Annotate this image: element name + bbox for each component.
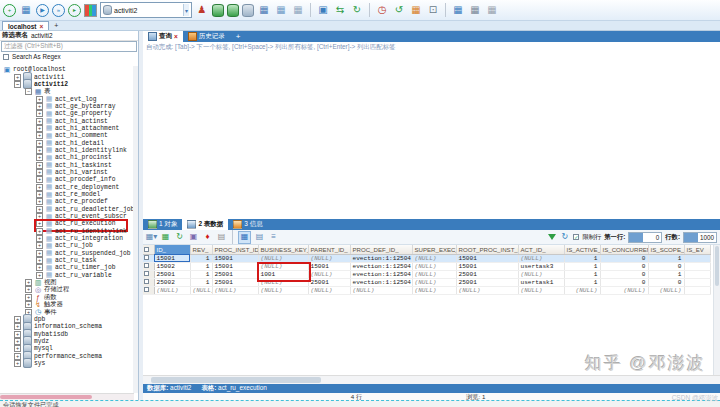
cell[interactable]: 1 bbox=[190, 262, 212, 270]
cell[interactable]: 1 bbox=[190, 254, 212, 262]
table-filter-icon[interactable]: ▦ bbox=[257, 3, 271, 17]
refresh-icon[interactable]: ↻ bbox=[350, 3, 364, 17]
cell[interactable]: (NULL) bbox=[212, 286, 258, 294]
cell[interactable]: 15002 bbox=[154, 262, 190, 270]
cell[interactable] bbox=[684, 278, 710, 286]
spinner[interactable] bbox=[629, 233, 643, 242]
query-analyzer-icon[interactable] bbox=[84, 4, 97, 17]
tree-item-act_ge_bytearray[interactable]: +▦act_ge_bytearray bbox=[0, 103, 133, 110]
table-row[interactable]: 15001115001(NULL)(NULL)evection:1:12504(… bbox=[143, 254, 710, 262]
cell[interactable] bbox=[684, 262, 710, 270]
cell[interactable]: evection:1:12504 bbox=[350, 278, 412, 286]
row-checkbox[interactable] bbox=[143, 270, 154, 278]
column-header-IS_CONCURRENT_[interactable]: IS_CONCURRENT_ bbox=[600, 245, 648, 254]
results-tab-3[interactable]: 3 信息 bbox=[228, 219, 267, 230]
cell[interactable]: 0 bbox=[600, 254, 648, 262]
cell[interactable]: 0 bbox=[648, 262, 684, 270]
alter-table2-icon[interactable]: ▦ bbox=[468, 3, 482, 17]
cell[interactable]: (NULL) bbox=[190, 286, 212, 294]
schema-designer-icon[interactable]: ⊡ bbox=[426, 3, 440, 17]
expand-icon[interactable]: + bbox=[36, 264, 43, 271]
cell[interactable]: (NULL) bbox=[412, 254, 456, 262]
create-table-icon[interactable]: ▦ bbox=[451, 3, 465, 17]
view-text-icon[interactable]: ≡ bbox=[268, 232, 279, 243]
column-header-ID_[interactable]: ID_ bbox=[154, 245, 190, 254]
cell[interactable]: 1 bbox=[648, 254, 684, 262]
tree-item-act_ru_task[interactable]: +▦act_ru_task bbox=[0, 257, 133, 264]
tree-item-mybatisdb[interactable]: +mybatisdb bbox=[0, 330, 133, 337]
expand-icon[interactable]: + bbox=[36, 103, 43, 110]
column-header-IS_ACTIVE_[interactable]: IS_ACTIVE_ bbox=[564, 245, 600, 254]
execute-current-icon[interactable]: ▸ bbox=[68, 4, 81, 17]
tree-item-mysql[interactable]: +mysql bbox=[0, 345, 133, 352]
tree-item-act_ru_timer_job[interactable]: +▦act_ru_timer_job bbox=[0, 264, 133, 271]
tree-item-act_ru_job[interactable]: +▦act_ru_job bbox=[0, 242, 133, 249]
expand-icon[interactable]: + bbox=[36, 198, 43, 205]
cell[interactable]: 15001 bbox=[308, 262, 350, 270]
row-count-input[interactable]: 1000 bbox=[683, 232, 717, 243]
expand-icon[interactable]: + bbox=[36, 162, 43, 169]
cell[interactable]: (NULL) bbox=[258, 278, 308, 286]
cell[interactable]: (NULL) bbox=[648, 286, 684, 294]
spinner[interactable] bbox=[684, 233, 698, 242]
cell[interactable]: (NULL) bbox=[412, 286, 456, 294]
expand-icon[interactable]: + bbox=[36, 110, 43, 117]
collapse-icon[interactable]: − bbox=[14, 81, 21, 88]
new-query-icon[interactable]: ▦ bbox=[19, 3, 33, 17]
tree-item-activiti2[interactable]: −activiti2 bbox=[0, 81, 133, 88]
new-connection-tab-button[interactable]: + bbox=[49, 21, 63, 30]
expand-icon[interactable]: + bbox=[14, 360, 21, 367]
tab-history[interactable]: 历史记录 bbox=[183, 31, 230, 42]
limit-rows-checkbox[interactable]: ✓ bbox=[573, 234, 579, 240]
cell[interactable]: (NULL) bbox=[412, 262, 456, 270]
tree-item-root@localhost[interactable]: ▣root@localhost bbox=[0, 66, 133, 73]
cell[interactable]: 1 bbox=[564, 254, 600, 262]
cell[interactable]: (NULL) bbox=[518, 254, 564, 262]
grid-options-icon[interactable]: ▦▾ bbox=[146, 232, 157, 243]
history-icon[interactable]: ↺ bbox=[392, 3, 406, 17]
cell[interactable] bbox=[684, 270, 710, 278]
cell[interactable]: 0 bbox=[600, 270, 648, 278]
expand-icon[interactable]: + bbox=[25, 279, 32, 286]
sidebar-vscrollbar[interactable] bbox=[133, 66, 138, 393]
cell[interactable]: 25001 bbox=[456, 278, 518, 286]
cell[interactable]: 25001 bbox=[212, 278, 258, 286]
cell[interactable]: (NULL) bbox=[564, 286, 600, 294]
cell[interactable]: (NULL) bbox=[308, 254, 350, 262]
cell[interactable]: 25001 bbox=[154, 270, 190, 278]
table-data-icon[interactable]: ▦ bbox=[274, 3, 288, 17]
tree-item-act_hi_comment[interactable]: +▦act_hi_comment bbox=[0, 132, 133, 139]
tree-item-act_re_procdef[interactable]: +▦act_re_procdef bbox=[0, 198, 133, 205]
view-form-icon[interactable]: ▤ bbox=[254, 232, 265, 243]
sql-editor[interactable] bbox=[143, 56, 720, 220]
cell[interactable]: (NULL) bbox=[412, 270, 456, 278]
tree-item-act_hi_attachment[interactable]: +▦act_hi_attachment bbox=[0, 125, 133, 132]
grid-vscrollbar[interactable] bbox=[713, 245, 720, 376]
tree-item-act_re_model[interactable]: +▦act_re_model bbox=[0, 191, 133, 198]
cell[interactable]: evection:1:12504 bbox=[350, 262, 412, 270]
tree-item-表[interactable]: −▦表 bbox=[0, 88, 133, 95]
tree-item-act_evt_log[interactable]: +▦act_evt_log bbox=[0, 95, 133, 102]
expand-icon[interactable]: + bbox=[14, 353, 21, 360]
row-checkbox[interactable] bbox=[143, 262, 154, 270]
expand-icon[interactable]: + bbox=[36, 250, 43, 257]
close-icon[interactable]: × bbox=[174, 33, 178, 40]
drop-table-icon[interactable]: ▦ bbox=[485, 3, 499, 17]
expand-icon[interactable]: + bbox=[14, 316, 21, 323]
row-checkbox[interactable] bbox=[143, 286, 154, 294]
table-row[interactable]: (NULL)(NULL)(NULL)(NULL)(NULL)(NULL)(NUL… bbox=[143, 286, 710, 294]
refresh-grid-icon[interactable]: ↻ bbox=[174, 232, 185, 243]
column-header-ROOT_PROC_INST_ID_[interactable]: ROOT_PROC_INST_ID_ bbox=[456, 245, 518, 254]
export-excel-icon[interactable]: ▦ bbox=[160, 232, 171, 243]
regex-checkbox[interactable] bbox=[3, 54, 9, 60]
chevron-down-icon[interactable]: ▾ bbox=[183, 4, 189, 16]
grid-hscrollbar[interactable] bbox=[143, 375, 720, 384]
expand-icon[interactable]: + bbox=[14, 331, 21, 338]
execute-query-icon[interactable]: ▶ bbox=[36, 4, 49, 17]
expand-icon[interactable]: + bbox=[36, 154, 43, 161]
cell[interactable]: (NULL) bbox=[456, 286, 518, 294]
row-checkbox[interactable] bbox=[143, 254, 154, 262]
tree-item-act_hi_procinst[interactable]: +▦act_hi_procinst bbox=[0, 154, 133, 161]
expand-icon[interactable]: + bbox=[36, 228, 43, 235]
expand-icon[interactable]: + bbox=[36, 206, 43, 213]
